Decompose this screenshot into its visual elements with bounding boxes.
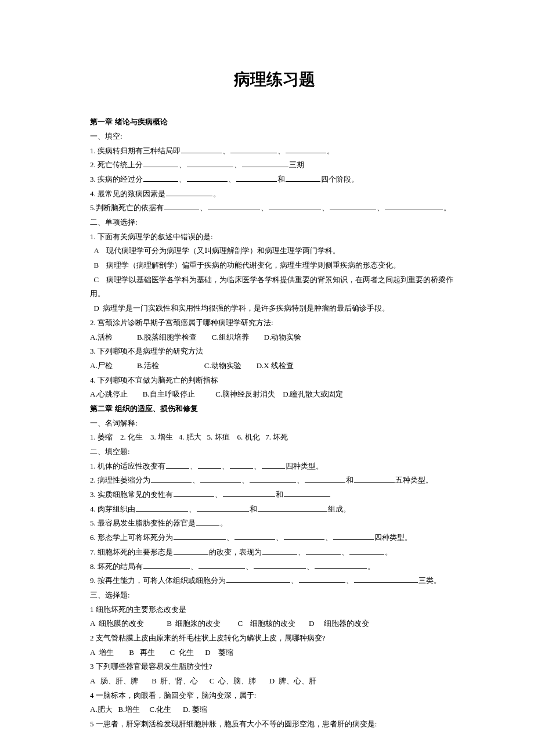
fill-blank: 6. 形态学上可将坏死分为、、、四种类型。 [90,531,459,545]
fill-blank-q2: 2. 死亡传统上分、、三期 [90,158,459,172]
mc-option: A.尸检 B.活检 C.动物实验 D.X 线检查 [90,359,459,373]
mc-question: 1. 下面有关病理学的叙述中错误的是: [90,230,459,244]
mc-question: 5 一患者，肝穿刺活检发现肝细胞肿胀，胞质有大小不等的圆形空泡，患者肝的病变是: [90,717,459,732]
fill-blank: 4. 肉芽组织由、和组成。 [90,502,459,517]
mc-question: 4 一脑标本，肉眼看，脑回变窄，脑沟变深，属于: [90,689,459,703]
page-title: 病理练习题 [90,64,459,95]
mc-option: C 病理学以基础医学各学科为基础，为临床医学各学科提供重要的背景知识，在两者之间… [90,273,459,301]
section-header: 三、选择题: [90,588,459,603]
mc-option: A.肥大 B.增生 C.化生 D. 萎缩 [90,703,459,717]
chapter-1-header: 第一章 绪论与疾病概论 [90,115,459,129]
section-header: 二、填空题: [90,445,459,459]
fill-blank: 1. 机体的适应性改变有、、、四种类型。 [90,459,459,474]
mc-option: A.活检 B.脱落细胞学检查 C.组织培养 D.动物实验 [90,330,459,345]
mc-option: A 肠、肝、脾 B 肝、肾、心 C 心、脑、肺 D 脾、心、肝 [90,674,459,689]
fill-blank: 7. 细胞坏死的主要形态是的改变，表现为、、。 [90,545,459,560]
mc-option: B 病理学（病理解剖学）偏重于疾病的功能代谢变化，病理生理学则侧重疾病的形态变化… [90,258,459,273]
section-header: 二、单项选择: [90,215,459,230]
fill-blank: 2. 病理性萎缩分为、、、和五种类型。 [90,473,459,488]
fill-blank: 5. 最容易发生脂肪变性的器官是。 [90,516,459,531]
section-header: 一、名词解释: [90,416,459,431]
mc-option: A 增生 B 再生 C 化生 D 萎缩 [90,646,459,660]
mc-question: 2. 宫颈涂片诊断早期子宫颈癌属于哪种病理学研究方法: [90,316,459,330]
mc-option: A 现代病理学可分为病理学（又叫病理解剖学）和病理生理学两门学科。 [90,244,459,258]
fill-blank: 9. 按再生能力，可将人体组织或细胞分为、、三类。 [90,574,459,588]
mc-question: 1 细胞坏死的主要形态改变是 [90,603,459,617]
section-header: 一、填空: [90,129,459,144]
terms-list: 1. 萎缩 2. 化生 3. 增生 4. 肥大 5. 坏疽 6. 机化 7. 坏… [90,430,459,445]
mc-option: A.心跳停止 B.自主呼吸停止 C.脑神经反射消失 D.瞳孔散大或固定 [90,387,459,402]
mc-option: A 细胞膜的改变 B 细胞浆的改变 C 细胞核的改变 D 细胞器的改变 [90,617,459,631]
chapter-2-header: 第二章 组织的适应、损伤和修复 [90,402,459,416]
fill-blank-q3: 3. 疾病的经过分、、和四个阶段。 [90,172,459,187]
fill-blank: 8. 坏死的结局有、、、。 [90,560,459,574]
mc-question: 3 下列哪些器官最容易发生脂肪变性? [90,660,459,674]
fill-blank-q5: 5.判断脑死亡的依据有、、、、。 [90,201,459,215]
mc-question: 4. 下列哪项不宜做为脑死亡的判断指标 [90,373,459,388]
mc-question: 2 支气管粘膜上皮由原来的纤毛柱状上皮转化为鳞状上皮，属哪种病变? [90,631,459,646]
fill-blank-q1: 1. 疾病转归期有三种结局即、、。 [90,144,459,159]
mc-question: 3. 下列哪项不是病理学的研究方法 [90,344,459,359]
mc-option: D 病理学是一门实践性和实用性均很强的学科，是许多疾病特别是肿瘤的最后确诊手段。 [90,301,459,316]
fill-blank-q4: 4. 最常见的致病因素是。 [90,187,459,201]
fill-blank: 3. 实质细胞常见的变性有、和 [90,488,459,502]
